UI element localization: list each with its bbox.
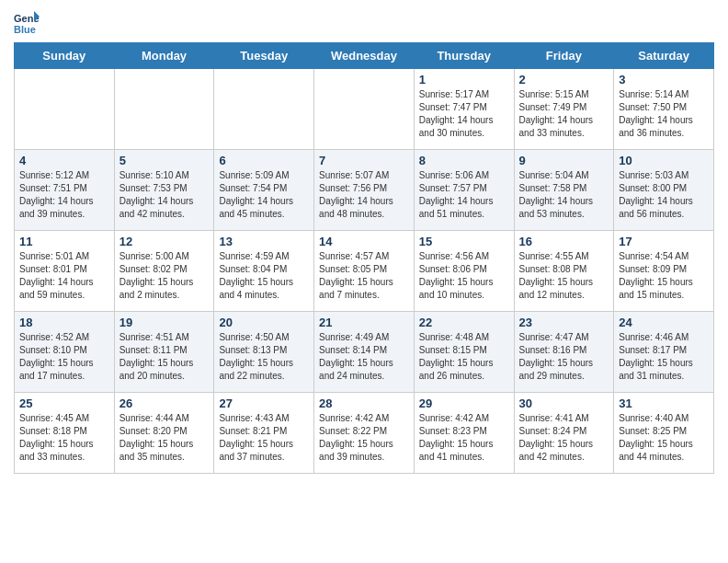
day-number: 9 <box>519 154 609 167</box>
day-number: 27 <box>219 396 309 410</box>
calendar-table: SundayMondayTuesdayWednesdayThursdayFrid… <box>14 42 714 474</box>
day-info: Sunrise: 5:15 AM Sunset: 7:49 PM Dayligh… <box>519 88 609 140</box>
calendar-cell: 8Sunrise: 5:06 AM Sunset: 7:57 PM Daylig… <box>414 150 514 231</box>
day-number: 31 <box>619 396 709 410</box>
calendar-week-4: 18Sunrise: 4:52 AM Sunset: 8:10 PM Dayli… <box>15 312 714 393</box>
day-number: 12 <box>119 235 210 248</box>
day-number: 2 <box>519 73 609 86</box>
calendar-cell: 28Sunrise: 4:42 AM Sunset: 8:22 PM Dayli… <box>314 393 415 474</box>
day-info: Sunrise: 4:48 AM Sunset: 8:15 PM Dayligh… <box>419 331 509 383</box>
calendar-cell: 12Sunrise: 5:00 AM Sunset: 8:02 PM Dayli… <box>114 231 214 312</box>
weekday-header-saturday: Saturday <box>614 43 714 69</box>
day-number: 25 <box>19 396 109 410</box>
day-info: Sunrise: 4:57 AM Sunset: 8:05 PM Dayligh… <box>319 250 409 302</box>
weekday-header-thursday: Thursday <box>414 43 514 69</box>
weekday-header-tuesday: Tuesday <box>214 43 314 69</box>
calendar-cell <box>15 69 115 150</box>
day-info: Sunrise: 4:51 AM Sunset: 8:11 PM Dayligh… <box>119 331 210 383</box>
day-info: Sunrise: 4:45 AM Sunset: 8:18 PM Dayligh… <box>19 412 109 464</box>
calendar-cell: 24Sunrise: 4:46 AM Sunset: 8:17 PM Dayli… <box>614 312 714 393</box>
day-info: Sunrise: 4:47 AM Sunset: 8:16 PM Dayligh… <box>519 331 609 383</box>
day-number: 19 <box>119 316 210 329</box>
calendar-cell: 20Sunrise: 4:50 AM Sunset: 8:13 PM Dayli… <box>214 312 314 393</box>
day-number: 15 <box>419 235 509 248</box>
calendar-cell: 3Sunrise: 5:14 AM Sunset: 7:50 PM Daylig… <box>614 69 714 150</box>
calendar-cell: 4Sunrise: 5:12 AM Sunset: 7:51 PM Daylig… <box>15 150 115 231</box>
calendar-week-1: 1Sunrise: 5:17 AM Sunset: 7:47 PM Daylig… <box>15 69 714 150</box>
day-info: Sunrise: 4:49 AM Sunset: 8:14 PM Dayligh… <box>319 331 409 383</box>
day-info: Sunrise: 4:56 AM Sunset: 8:06 PM Dayligh… <box>419 250 509 302</box>
logo: General Blue <box>14 9 41 35</box>
day-info: Sunrise: 5:04 AM Sunset: 7:58 PM Dayligh… <box>519 169 609 221</box>
day-number: 22 <box>419 316 509 329</box>
calendar-cell: 29Sunrise: 4:42 AM Sunset: 8:23 PM Dayli… <box>414 393 514 474</box>
day-info: Sunrise: 4:52 AM Sunset: 8:10 PM Dayligh… <box>19 331 109 383</box>
calendar-week-5: 25Sunrise: 4:45 AM Sunset: 8:18 PM Dayli… <box>15 393 714 474</box>
calendar-cell: 14Sunrise: 4:57 AM Sunset: 8:05 PM Dayli… <box>314 231 415 312</box>
calendar-cell: 23Sunrise: 4:47 AM Sunset: 8:16 PM Dayli… <box>514 312 614 393</box>
calendar-cell: 1Sunrise: 5:17 AM Sunset: 7:47 PM Daylig… <box>414 69 514 150</box>
calendar-cell: 16Sunrise: 4:55 AM Sunset: 8:08 PM Dayli… <box>514 231 614 312</box>
day-number: 16 <box>519 235 609 248</box>
day-number: 13 <box>219 235 309 248</box>
day-info: Sunrise: 4:55 AM Sunset: 8:08 PM Dayligh… <box>519 250 609 302</box>
day-info: Sunrise: 5:00 AM Sunset: 8:02 PM Dayligh… <box>119 250 210 302</box>
day-info: Sunrise: 5:17 AM Sunset: 7:47 PM Dayligh… <box>419 88 509 140</box>
day-info: Sunrise: 4:44 AM Sunset: 8:20 PM Dayligh… <box>119 412 210 464</box>
calendar-cell: 9Sunrise: 5:04 AM Sunset: 7:58 PM Daylig… <box>514 150 614 231</box>
calendar-cell: 25Sunrise: 4:45 AM Sunset: 8:18 PM Dayli… <box>15 393 115 474</box>
day-number: 1 <box>419 73 509 86</box>
day-number: 24 <box>619 316 709 329</box>
calendar-week-2: 4Sunrise: 5:12 AM Sunset: 7:51 PM Daylig… <box>15 150 714 231</box>
calendar-cell: 11Sunrise: 5:01 AM Sunset: 8:01 PM Dayli… <box>15 231 115 312</box>
day-number: 30 <box>519 396 609 410</box>
day-info: Sunrise: 4:41 AM Sunset: 8:24 PM Dayligh… <box>519 412 609 464</box>
calendar-cell: 10Sunrise: 5:03 AM Sunset: 8:00 PM Dayli… <box>614 150 714 231</box>
day-info: Sunrise: 4:40 AM Sunset: 8:25 PM Dayligh… <box>619 412 709 464</box>
calendar-cell: 26Sunrise: 4:44 AM Sunset: 8:20 PM Dayli… <box>114 393 214 474</box>
day-info: Sunrise: 5:07 AM Sunset: 7:56 PM Dayligh… <box>319 169 409 221</box>
day-number: 17 <box>619 235 709 248</box>
day-info: Sunrise: 4:42 AM Sunset: 8:22 PM Dayligh… <box>319 412 409 464</box>
day-number: 26 <box>119 396 210 410</box>
day-number: 5 <box>119 154 210 167</box>
day-number: 28 <box>319 396 409 410</box>
day-info: Sunrise: 4:46 AM Sunset: 8:17 PM Dayligh… <box>619 331 709 383</box>
calendar-cell: 21Sunrise: 4:49 AM Sunset: 8:14 PM Dayli… <box>314 312 415 393</box>
logo-icon: General Blue <box>14 9 40 35</box>
day-number: 23 <box>519 316 609 329</box>
day-info: Sunrise: 4:43 AM Sunset: 8:21 PM Dayligh… <box>219 412 309 464</box>
calendar-cell: 19Sunrise: 4:51 AM Sunset: 8:11 PM Dayli… <box>114 312 214 393</box>
day-number: 8 <box>419 154 509 167</box>
calendar-cell: 17Sunrise: 4:54 AM Sunset: 8:09 PM Dayli… <box>614 231 714 312</box>
calendar-cell: 5Sunrise: 5:10 AM Sunset: 7:53 PM Daylig… <box>114 150 214 231</box>
day-number: 20 <box>219 316 309 329</box>
svg-text:Blue: Blue <box>14 24 36 35</box>
calendar-cell: 30Sunrise: 4:41 AM Sunset: 8:24 PM Dayli… <box>514 393 614 474</box>
day-info: Sunrise: 5:12 AM Sunset: 7:51 PM Dayligh… <box>19 169 109 221</box>
day-number: 18 <box>19 316 109 329</box>
day-info: Sunrise: 5:09 AM Sunset: 7:54 PM Dayligh… <box>219 169 309 221</box>
calendar-cell <box>114 69 214 150</box>
day-info: Sunrise: 4:54 AM Sunset: 8:09 PM Dayligh… <box>619 250 709 302</box>
calendar-week-3: 11Sunrise: 5:01 AM Sunset: 8:01 PM Dayli… <box>15 231 714 312</box>
weekday-header-monday: Monday <box>114 43 214 69</box>
day-info: Sunrise: 5:10 AM Sunset: 7:53 PM Dayligh… <box>119 169 210 221</box>
calendar-cell: 22Sunrise: 4:48 AM Sunset: 8:15 PM Dayli… <box>414 312 514 393</box>
day-number: 4 <box>19 154 109 167</box>
day-info: Sunrise: 4:42 AM Sunset: 8:23 PM Dayligh… <box>419 412 509 464</box>
calendar-cell: 27Sunrise: 4:43 AM Sunset: 8:21 PM Dayli… <box>214 393 314 474</box>
calendar-cell: 31Sunrise: 4:40 AM Sunset: 8:25 PM Dayli… <box>614 393 714 474</box>
weekday-header-sunday: Sunday <box>15 43 115 69</box>
day-number: 21 <box>319 316 409 329</box>
day-number: 10 <box>619 154 709 167</box>
weekday-header-wednesday: Wednesday <box>314 43 415 69</box>
calendar-cell: 2Sunrise: 5:15 AM Sunset: 7:49 PM Daylig… <box>514 69 614 150</box>
day-number: 29 <box>419 396 509 410</box>
calendar-cell: 7Sunrise: 5:07 AM Sunset: 7:56 PM Daylig… <box>314 150 415 231</box>
calendar-cell: 15Sunrise: 4:56 AM Sunset: 8:06 PM Dayli… <box>414 231 514 312</box>
calendar-cell: 18Sunrise: 4:52 AM Sunset: 8:10 PM Dayli… <box>15 312 115 393</box>
day-info: Sunrise: 4:50 AM Sunset: 8:13 PM Dayligh… <box>219 331 309 383</box>
day-info: Sunrise: 5:03 AM Sunset: 8:00 PM Dayligh… <box>619 169 709 221</box>
weekday-header-friday: Friday <box>514 43 614 69</box>
